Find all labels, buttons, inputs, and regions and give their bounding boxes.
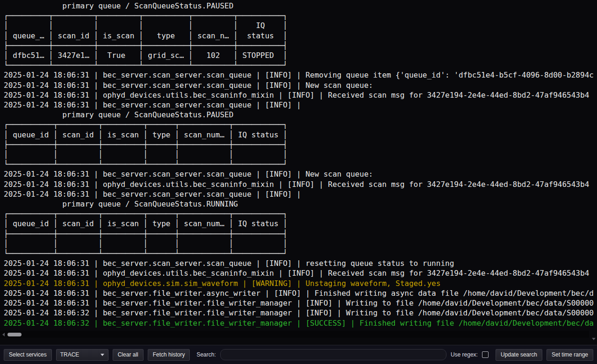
log-line: 2025-01-24 18:06:31 | ophyd_devices.util… bbox=[4, 90, 597, 100]
clear-all-button[interactable]: Clear all bbox=[113, 349, 144, 361]
log-viewer-window: primary queue / ScanQueueStatus.PAUSED┌─… bbox=[0, 0, 597, 364]
log-output[interactable]: primary queue / ScanQueueStatus.PAUSED┌─… bbox=[0, 0, 597, 330]
update-search-button[interactable]: Update search bbox=[496, 349, 542, 361]
log-line: │ dfbc51… │ 3427e1… │ True │ grid_sc… │ … bbox=[4, 50, 597, 60]
log-line: ├──────────┼─────────┼─────────┼──────┼─… bbox=[4, 140, 597, 150]
set-time-range-button[interactable]: Set time range bbox=[547, 349, 593, 361]
log-line: │ queue_id │ scan_id │ is_scan │ type │ … bbox=[4, 130, 597, 140]
scroll-down-arrow-icon[interactable] bbox=[592, 338, 596, 340]
log-line: 2025-01-24 18:06:31 | ophyd_devices.sim.… bbox=[4, 278, 597, 288]
use-regex-label: Use regex: bbox=[451, 351, 478, 358]
log-line: ├──────────┼─────────┼─────────┼──────┼─… bbox=[4, 229, 597, 239]
log-line: ┌──────────┬─────────┬─────────┬──────┬─… bbox=[4, 120, 597, 129]
scroll-left-arrow-icon[interactable] bbox=[2, 333, 5, 336]
use-regex-checkbox[interactable] bbox=[482, 351, 489, 358]
log-line: 2025-01-24 18:06:31 | ophyd_devices.util… bbox=[4, 179, 597, 189]
log-line: primary queue / ScanQueueStatus.PAUSED bbox=[4, 110, 597, 120]
horizontal-scrollbar-handle[interactable] bbox=[7, 333, 22, 336]
log-line: │ │ │ │ │ │ IQ │ bbox=[4, 21, 597, 30]
log-line: │ │ │ │ │ │ │ bbox=[4, 150, 597, 159]
log-line: │ │ │ │ │ │ │ bbox=[4, 239, 597, 249]
bottom-toolbar: Select services TRACE Clear all Fetch hi… bbox=[0, 345, 597, 364]
log-line: ┌──────────┬─────────┬─────────┬──────┬─… bbox=[4, 209, 597, 219]
log-line: 2025-01-24 18:06:31 | bec_server.scan_se… bbox=[4, 70, 597, 80]
log-line: primary queue / ScanQueueStatus.PAUSED bbox=[4, 1, 597, 11]
log-line: 2025-01-24 18:06:31 | bec_server.scan_se… bbox=[4, 258, 597, 268]
log-line: 2025-01-24 18:06:31 | bec_server.scan_se… bbox=[4, 169, 597, 179]
log-line: 2025-01-24 18:06:31 | bec_server.scan_se… bbox=[4, 100, 597, 110]
log-line: 2025-01-24 18:06:31 | ophyd_devices.util… bbox=[4, 268, 597, 278]
horizontal-scrollbar[interactable] bbox=[0, 331, 589, 338]
log-line: ┌─────────┬─────────┬─────────┬─────────… bbox=[4, 11, 597, 21]
log-line: ├─────────┼─────────┼─────────┼─────────… bbox=[4, 41, 597, 50]
log-line: └─────────┴─────────┴─────────┴─────────… bbox=[4, 60, 597, 70]
select-services-button[interactable]: Select services bbox=[4, 349, 52, 361]
search-label: Search: bbox=[196, 351, 216, 358]
log-line: 2025-01-24 18:06:32 | bec_server.file_wr… bbox=[4, 308, 597, 318]
log-level-dropdown[interactable]: TRACE bbox=[56, 349, 108, 361]
log-line: └──────────┴─────────┴─────────┴──────┴─… bbox=[4, 249, 597, 258]
fetch-history-button[interactable]: Fetch history bbox=[148, 349, 190, 361]
log-line: primary queue / ScanQueueStatus.RUNNING bbox=[4, 199, 597, 209]
log-line: 2025-01-24 18:06:31 | bec_server.scan_se… bbox=[4, 189, 597, 199]
chevron-down-icon bbox=[101, 354, 104, 356]
log-level-selected-value: TRACE bbox=[60, 351, 79, 358]
log-line: └──────────┴─────────┴─────────┴──────┴─… bbox=[4, 159, 597, 169]
log-line: 2025-01-24 18:06:31 | bec_server.file_wr… bbox=[4, 288, 597, 298]
log-line: 2025-01-24 18:06:31 | bec_server.file_wr… bbox=[4, 298, 597, 308]
log-line: 2025-01-24 18:06:32 | bec_server.file_wr… bbox=[4, 318, 597, 328]
log-line: │ queue_id │ scan_id │ is_scan │ type │ … bbox=[4, 219, 597, 228]
search-input[interactable] bbox=[220, 349, 446, 360]
log-line: 2025-01-24 18:06:31 | bec_server.scan_se… bbox=[4, 80, 597, 90]
log-line: │ queue_… │ scan_id │ is_scan │ type │ s… bbox=[4, 31, 597, 41]
